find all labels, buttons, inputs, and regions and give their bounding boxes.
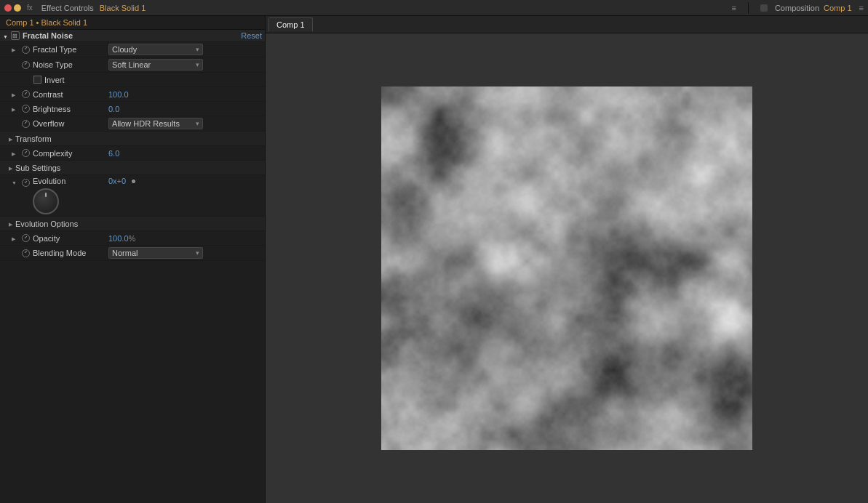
evolution-dot[interactable] — [132, 180, 135, 183]
fractal-noise-label: Fractal Noise — [23, 31, 73, 40]
fractal-noise-header[interactable]: ⊞ Fractal Noise Reset — [0, 30, 265, 42]
opacity-clock[interactable] — [22, 234, 30, 242]
brightness-clock[interactable] — [22, 105, 30, 113]
opacity-value[interactable]: 100.0% — [108, 234, 135, 243]
overflow-clock[interactable] — [22, 120, 30, 128]
overflow-value: Allow HDR Results — [112, 119, 180, 128]
complexity-value[interactable]: 6.0 — [108, 149, 119, 158]
opacity-label: Opacity — [33, 234, 105, 243]
transform-section[interactable]: Transform — [0, 132, 265, 146]
complexity-label: Complexity — [33, 149, 105, 158]
complexity-expand[interactable] — [12, 150, 19, 157]
contrast-label: Contrast — [33, 90, 105, 99]
effect-controls-titlebar: fx Effect Controls Black Solid 1 ≡ Compo… — [0, 0, 868, 16]
evolution-dial-marker — [45, 193, 47, 197]
comp1-tab[interactable]: Comp 1 — [268, 17, 313, 31]
noise-type-label: Noise Type — [33, 60, 105, 69]
contrast-value[interactable]: 100.0 — [108, 90, 129, 99]
fractal-type-clock[interactable] — [22, 46, 30, 54]
fractal-noise-canvas — [381, 86, 752, 450]
breadcrumb-name: Black Solid 1 — [41, 18, 87, 27]
panel-name: Black Solid 1 — [100, 4, 146, 12]
invert-label: Invert — [44, 76, 117, 84]
noise-type-arrow — [196, 61, 199, 68]
breadcrumb-prefix: Comp 1 • — [6, 18, 41, 27]
sub-settings-section[interactable]: Sub Settings — [0, 161, 265, 175]
minimize-dot[interactable] — [14, 4, 21, 12]
contrast-row: Contrast 100.0 — [0, 87, 265, 102]
evolution-expand[interactable] — [12, 179, 19, 186]
overflow-arrow — [196, 120, 199, 127]
brightness-value[interactable]: 0.0 — [108, 105, 119, 113]
fractal-type-arrow — [196, 46, 199, 53]
comp-canvas — [266, 33, 868, 503]
noise-type-dropdown[interactable]: Soft Linear — [108, 59, 203, 71]
panel-label: Effect Controls — [41, 4, 94, 12]
comp-icon — [760, 4, 768, 12]
overflow-row: Overflow Allow HDR Results — [0, 116, 265, 132]
overflow-label: Overflow — [33, 119, 105, 128]
fractal-noise-expand-icon — [3, 31, 8, 40]
evolution-row: Evolution 0x+0 — [0, 175, 265, 217]
blending-mode-arrow — [196, 249, 199, 257]
overflow-dropdown[interactable]: Allow HDR Results — [108, 118, 203, 129]
comp-titlebar-section: Composition Comp 1 ≡ — [760, 4, 864, 12]
fractal-type-row: Fractal Type Cloudy — [0, 42, 265, 57]
evolution-label: Evolution — [33, 177, 105, 185]
blending-mode-label: Blending Mode — [33, 249, 105, 257]
panel-menu-icon[interactable]: ≡ — [731, 4, 736, 12]
brightness-label: Brightness — [33, 105, 105, 113]
breadcrumb: Comp 1 • Black Solid 1 — [0, 16, 265, 30]
noise-type-row: Noise Type Soft Linear — [0, 57, 265, 73]
fractal-type-expand[interactable] — [12, 46, 19, 53]
evolution-controls: Evolution 0x+0 — [33, 177, 135, 214]
opacity-expand[interactable] — [12, 235, 19, 242]
noise-type-value: Soft Linear — [112, 60, 151, 69]
composition-panel: Comp 1 — [266, 16, 868, 503]
evolution-options-expand-icon — [9, 220, 12, 228]
noise-type-clock[interactable] — [22, 61, 30, 69]
comp-label: Composition — [775, 4, 819, 12]
effects-list: ⊞ Fractal Noise Reset Fractal Type Cloud… — [0, 30, 265, 503]
comp-tab-bar: Comp 1 — [266, 16, 868, 33]
complexity-clock[interactable] — [22, 149, 30, 157]
transform-expand-icon — [9, 135, 12, 142]
blending-mode-row: Blending Mode Normal — [0, 246, 265, 261]
evolution-value[interactable]: 0x+0 — [108, 177, 126, 185]
opacity-row: Opacity 100.0% — [0, 231, 265, 246]
opacity-number: 100.0 — [108, 234, 129, 243]
contrast-clock[interactable] — [22, 90, 30, 98]
blending-mode-value: Normal — [112, 249, 138, 257]
noise-preview — [381, 86, 752, 450]
brightness-row: Brightness 0.0 — [0, 102, 265, 116]
window-controls — [4, 4, 21, 12]
evolution-options-label: Evolution Options — [15, 220, 78, 228]
evolution-dial[interactable] — [33, 188, 59, 214]
comp-name: Comp 1 — [824, 4, 852, 12]
fractal-type-dropdown[interactable]: Cloudy — [108, 44, 203, 55]
contrast-expand[interactable] — [12, 91, 19, 98]
blending-mode-clock[interactable] — [22, 249, 30, 257]
comp-menu-icon[interactable]: ≡ — [859, 4, 864, 12]
sub-settings-label: Sub Settings — [15, 164, 60, 172]
main-layout: Comp 1 • Black Solid 1 ⊞ Fractal Noise R… — [0, 16, 868, 503]
fractal-type-value: Cloudy — [112, 45, 137, 54]
blending-mode-dropdown[interactable]: Normal — [108, 247, 203, 259]
evolution-value-row: Evolution 0x+0 — [33, 177, 135, 185]
complexity-row: Complexity 6.0 — [0, 146, 265, 161]
transform-label: Transform — [15, 134, 52, 143]
effect-icon: ⊞ — [11, 31, 20, 40]
invert-row: Invert — [0, 73, 265, 87]
sub-settings-expand-icon — [9, 164, 12, 172]
brightness-expand[interactable] — [12, 105, 19, 113]
fx-label: fx — [27, 4, 33, 12]
effect-controls-panel: Comp 1 • Black Solid 1 ⊞ Fractal Noise R… — [0, 16, 266, 503]
evolution-options-section[interactable]: Evolution Options — [0, 217, 265, 231]
opacity-percent: % — [129, 234, 136, 243]
fractal-type-label: Fractal Type — [33, 45, 105, 54]
evolution-dial-circle[interactable] — [33, 188, 59, 214]
evolution-clock[interactable] — [22, 179, 30, 187]
reset-button[interactable]: Reset — [241, 31, 262, 40]
invert-checkbox[interactable] — [33, 76, 41, 84]
close-dot[interactable] — [4, 4, 12, 12]
